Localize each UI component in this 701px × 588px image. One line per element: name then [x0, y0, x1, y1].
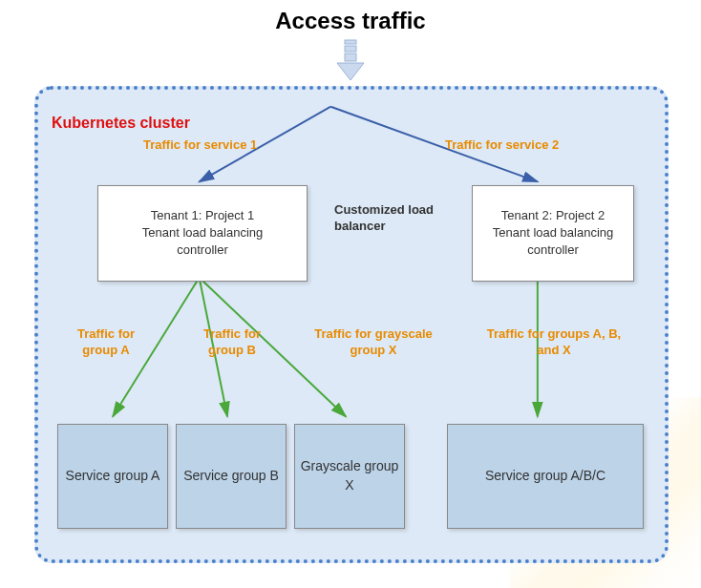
tenant1-box: Tenant 1: Project 1 Tenant load balancin…: [97, 185, 308, 282]
kubernetes-cluster-box: Kubernetes cluster Traffic for service 1…: [34, 86, 669, 563]
edge-label-service2: Traffic for service 2: [445, 137, 559, 154]
edge-label-service1: Traffic for service 1: [143, 137, 257, 154]
diagram-title: Access traffic: [0, 8, 701, 34]
svg-marker-3: [337, 63, 364, 80]
edge-label-grayscale-x: Traffic for grayscale group X: [302, 326, 445, 359]
edge-label-groups-abx: Traffic for groups A, B, and X: [478, 326, 630, 359]
tenant1-line2: Tenant load balancing: [110, 224, 295, 242]
grayscale-group-x-box: Grayscale group X: [294, 424, 405, 529]
svg-rect-0: [345, 40, 356, 44]
entry-arrow-icon: [331, 38, 370, 86]
edge-label-group-b: Traffic for group B: [189, 326, 275, 359]
tenant2-line2: Tenant load balancing: [484, 224, 622, 242]
svg-rect-2: [345, 53, 356, 61]
tenant1-line1: Tenant 1: Project 1: [110, 207, 295, 224]
tenant2-box: Tenant 2: Project 2 Tenant load balancin…: [472, 185, 634, 282]
kubernetes-cluster-label: Kubernetes cluster: [52, 115, 190, 132]
customized-lb-label: Customized load balancer: [334, 202, 449, 235]
tenant2-line1: Tenant 2: Project 2: [484, 207, 622, 224]
service-group-b-box: Service group B: [176, 424, 287, 529]
svg-rect-1: [345, 46, 356, 52]
service-group-a-box: Service group A: [57, 424, 168, 529]
tenant1-line3: controller: [110, 242, 295, 259]
tenant2-line3: controller: [484, 242, 622, 259]
service-group-abc-box: Service group A/B/C: [447, 424, 644, 529]
edge-label-group-a: Traffic for group A: [63, 326, 149, 359]
